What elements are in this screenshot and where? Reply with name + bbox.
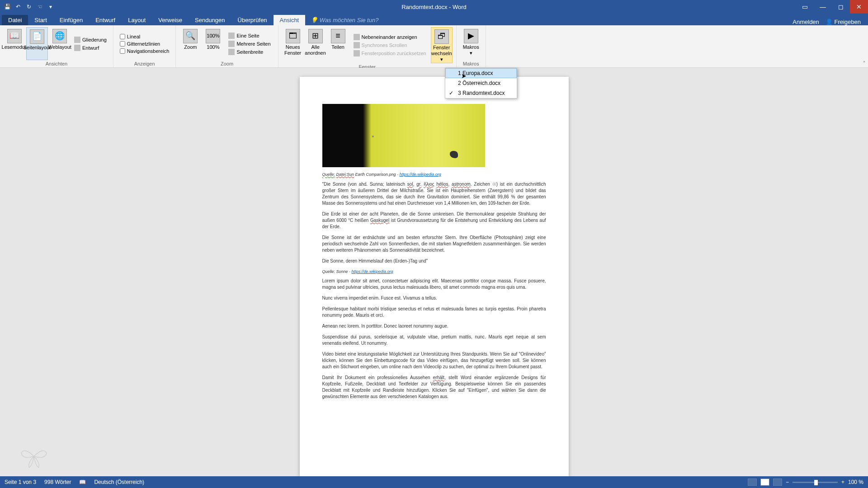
- view-web-button[interactable]: [773, 479, 782, 486]
- zoom-level[interactable]: 100 %: [848, 479, 863, 485]
- tab-verweise[interactable]: Verweise: [152, 15, 189, 25]
- tab-einfuegen[interactable]: Einfügen: [53, 15, 89, 25]
- maximize-button[interactable]: ◻: [832, 0, 850, 14]
- group-label-ansichten: Ansichten: [4, 61, 109, 66]
- tab-datei[interactable]: Datei: [2, 15, 28, 25]
- window-item-randomtext[interactable]: ✓ 3 Randomtext.docx: [445, 88, 517, 98]
- tab-layout[interactable]: Layout: [122, 15, 152, 25]
- makros-button[interactable]: ▶Makros ▾: [460, 27, 482, 60]
- source-line: Quelle: Sonne - https://de.wikipedia.org: [322, 269, 546, 275]
- gliederung-button[interactable]: Gliederung: [74, 37, 107, 43]
- group-label-zoom: Zoom: [179, 61, 274, 66]
- group-label-anzeigen: Anzeigen: [117, 61, 172, 66]
- paragraph-1: "Die Sonne (von ahd. Sunna; lateinisch s…: [322, 181, 546, 206]
- redo-icon[interactable]: ↻: [25, 3, 33, 10]
- video-1: Video bietet eine leistungsstarke Möglic…: [322, 351, 546, 370]
- paragraph-2: Die Erde ist einer der acht Planeten, di…: [322, 211, 546, 230]
- touch-mode-icon[interactable]: ☜: [36, 3, 43, 10]
- seitenlayout-button[interactable]: 📄Seitenlayout: [26, 27, 48, 60]
- image-caption: Quelle: Datei:Sun Earth Comparison.png -…: [322, 172, 546, 178]
- group-fenster: 🗔Neues Fenster ⊞Alle anordnen ≡Teilen Ne…: [278, 25, 457, 67]
- tab-start[interactable]: Start: [28, 15, 53, 25]
- ribbon-tabs: Datei Start Einfügen Entwurf Layout Verw…: [0, 14, 868, 25]
- weblayout-button[interactable]: 🌐Weblayout: [49, 27, 71, 60]
- gitternetzlinien-checkbox[interactable]: Gitternetzlinien: [120, 41, 170, 47]
- eine-seite-button[interactable]: Eine Seite: [226, 32, 272, 39]
- tab-ansicht[interactable]: Ansicht: [274, 15, 306, 25]
- lorem-1: Lorem ipsum dolor sit amet, consectetuer…: [322, 278, 546, 291]
- group-anzeigen: Lineal Gitternetzlinien Navigationsberei…: [113, 25, 176, 67]
- entwurf-button[interactable]: Entwurf: [74, 45, 107, 51]
- lorem-5: Suspendisse dui purus, scelerisque at, v…: [322, 334, 546, 347]
- zoom-100-button[interactable]: 100%100%: [202, 27, 224, 60]
- group-zoom: 🔍Zoom 100%100% Eine Seite Mehrere Seiten…: [176, 25, 278, 67]
- mehrere-seiten-button[interactable]: Mehrere Seiten: [226, 40, 272, 47]
- window-title: Randomtext.docx - Word: [401, 4, 467, 10]
- caption-link[interactable]: https://de.wikipedia.org: [400, 172, 441, 177]
- freigeben-button[interactable]: 👤 Freigeben: [826, 19, 861, 25]
- teilen-button[interactable]: ≡Teilen: [327, 27, 349, 63]
- titlebar: 💾 ↶ ↻ ☜ ▾ Randomtext.docx - Word ▭ — ◻ ✕: [0, 0, 868, 14]
- seitenbreite-button[interactable]: Seitenbreite: [226, 48, 272, 56]
- cursor-icon: ➤: [461, 72, 467, 80]
- undo-icon[interactable]: ↶: [14, 3, 22, 10]
- ribbon: 📖Lesemodus 📄Seitenlayout 🌐Weblayout Glie…: [0, 25, 868, 68]
- lesemodus-button[interactable]: 📖Lesemodus: [4, 27, 25, 60]
- ribbon-display-icon[interactable]: ▭: [796, 0, 814, 14]
- alle-anordnen-button[interactable]: ⊞Alle anordnen: [305, 27, 326, 63]
- tell-me-input[interactable]: 💡 Was möchten Sie tun?: [305, 15, 384, 25]
- save-icon[interactable]: 💾: [4, 3, 11, 10]
- zoom-out-button[interactable]: −: [786, 479, 789, 485]
- view-read-button[interactable]: [748, 479, 757, 486]
- lorem-3: Pellentesque habitant morbi tristique se…: [322, 306, 546, 319]
- video-2: Damit Ihr Dokument ein professionelles A…: [322, 375, 546, 400]
- paragraph-3: Die Sonne ist der erdnächste und am best…: [322, 235, 546, 253]
- group-makros: ▶Makros ▾ Makros: [457, 25, 486, 67]
- tab-entwurf[interactable]: Entwurf: [89, 15, 122, 25]
- synchron-scrollen-button: Synchrones Scrollen: [352, 42, 428, 49]
- window-item-europa[interactable]: 1 Europa.docx: [445, 68, 517, 78]
- group-ansichten: 📖Lesemodus 📄Seitenlayout 🌐Weblayout Glie…: [0, 25, 113, 67]
- fensterposition-button: Fensterposition zurücksetzen: [352, 50, 428, 57]
- fenster-wechseln-dropdown: 1 Europa.docx 2 Österreich.docx ✓ 3 Rand…: [445, 68, 517, 99]
- status-words[interactable]: 998 Wörter: [44, 479, 71, 485]
- butterfly-watermark: [18, 443, 50, 470]
- paragraph-4: Die Sonne, deren Himmelslauf den (Erden-…: [322, 258, 546, 264]
- view-print-button[interactable]: [760, 479, 769, 486]
- statusbar: Seite 1 von 3 998 Wörter 📖 Deutsch (Öste…: [0, 476, 868, 488]
- tab-ueberpruefen[interactable]: Überprüfen: [231, 15, 274, 25]
- document-area[interactable]: Quelle: Datei:Sun Earth Comparison.png -…: [0, 68, 868, 476]
- collapse-ribbon-icon[interactable]: ˄: [863, 61, 865, 66]
- status-spellcheck-icon[interactable]: 📖: [79, 479, 86, 485]
- zoom-in-button[interactable]: +: [841, 479, 844, 485]
- source-link[interactable]: https://de.wikipedia.org: [352, 269, 393, 274]
- check-icon: ✓: [449, 90, 453, 96]
- lineal-checkbox[interactable]: Lineal: [120, 34, 170, 39]
- status-page[interactable]: Seite 1 von 3: [5, 479, 36, 485]
- zoom-button[interactable]: 🔍Zoom: [179, 27, 201, 60]
- group-label-makros: Makros: [460, 61, 482, 66]
- neues-fenster-button[interactable]: 🗔Neues Fenster: [282, 27, 304, 63]
- nebeneinander-button[interactable]: Nebeneinander anzeigen: [352, 33, 428, 41]
- close-button[interactable]: ✕: [850, 0, 868, 14]
- navigationsbereich-checkbox[interactable]: Navigationsbereich: [120, 48, 170, 54]
- fenster-wechseln-button[interactable]: 🗗Fenster wechseln ▾: [431, 27, 453, 63]
- minimize-button[interactable]: —: [814, 0, 832, 14]
- zoom-slider[interactable]: [793, 482, 838, 483]
- document-image[interactable]: [322, 104, 485, 167]
- status-language[interactable]: Deutsch (Österreich): [94, 479, 144, 485]
- page: Quelle: Datei:Sun Earth Comparison.png -…: [300, 77, 569, 476]
- lorem-4: Aenean nec lorem. In porttitor. Donec la…: [322, 323, 546, 329]
- lorem-2: Nunc viverra imperdiet enim. Fusce est. …: [322, 295, 546, 301]
- tab-sendungen[interactable]: Sendungen: [189, 15, 231, 25]
- window-item-oesterreich[interactable]: 2 Österreich.docx: [445, 78, 517, 88]
- anmelden-link[interactable]: Anmelden: [793, 19, 819, 25]
- qat-more-icon[interactable]: ▾: [47, 3, 54, 10]
